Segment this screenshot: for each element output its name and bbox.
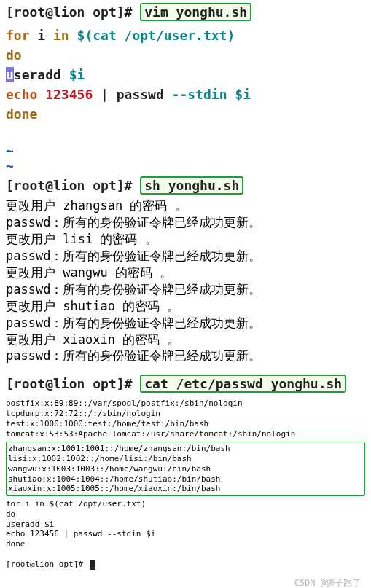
ts-0: for i in $(cat /opt/user.txt) [6,499,365,509]
ts-2: useradd $i [6,520,365,530]
ts-3: echo 123456 | passwd --stdin $i [6,529,365,539]
script-line-5: done [6,104,365,124]
prompt-line-3: [root@lion opt]# cat /etc/passwd yonghu.… [0,372,371,396]
boxed-cmd-2: sh yonghu.sh [140,176,243,195]
out-l6: 更改用户 shutiao 的密码 。 [6,298,365,315]
prompt-line-1: [root@lion opt]# vim yonghu.sh [0,0,371,24]
cursor-icon [90,560,95,570]
out-l4: 更改用户 wangwu 的密码 。 [6,264,365,281]
pwu-0: zhangsan:x:1001:1001::/home/zhangsan:/bi… [8,444,363,454]
out-l8: 更改用户 xiaoxin 的密码 。 [6,332,365,348]
script-line-1: for i in $(cat /opt/user.txt) [6,26,365,45]
vim-script: for i in $(cat /opt/user.txt) do useradd… [0,24,371,130]
pwh-2: test:x:1000:1000:test:/home/test:/bin/ba… [6,419,365,429]
final-prompt: [root@lion opt]# [6,560,88,569]
pwu-4: xiaoxin:x:1005:1005::/home/xiaoxin:/bin/… [8,484,363,494]
out-l7: passwd：所有的身份验证令牌已经成功更新。 [6,315,365,332]
script-line-3: useradd $i [6,65,365,85]
out-l1: passwd：所有的身份验证令牌已经成功更新。 [6,214,365,231]
boxed-cmd-3: cat /etc/passwd yonghu.sh [140,375,346,393]
watermark: CSDN @狮子跑了 [0,573,371,588]
script-line-4: echo 123456 | passwd --stdin $i [6,85,365,104]
out-l3: passwd：所有的身份验证令牌已经成功更新。 [6,248,365,264]
vim-tilde-2: ~ [0,158,371,173]
prompt-line-2: [root@lion opt]# sh yonghu.sh [0,173,371,197]
ts-4: done [6,539,365,549]
out-l0: 更改用户 zhangsan 的密码 。 [6,197,365,214]
pwu-3: shutiao:x:1004:1004::/home/shutiao:/bin/… [8,474,363,485]
script-tail: for i in $(cat /opt/user.txt) do useradd… [0,496,371,573]
sh-output: 更改用户 zhangsan 的密码 。 passwd：所有的身份验证令牌已经成功… [0,197,371,364]
passwd-head: postfix:x:89:89::/var/spool/postfix:/sbi… [0,396,371,442]
prompt: [root@lion opt]# [6,178,132,193]
out-l5: passwd：所有的身份验证令牌已经成功更新。 [6,281,365,298]
out-l2: 更改用户 lisi 的密码 。 [6,231,365,248]
pwu-1: lisi:x:1002:1002::/home/lisi:/bin/bash [8,454,363,464]
final-prompt-line: [root@lion opt]# [6,560,365,570]
pwh-1: tcpdump:x:72:72::/:/sbin/nologin [6,409,365,419]
pwu-2: wangwu:x:1003:1003::/home/wangwu:/bin/ba… [8,464,363,474]
passwd-users-wrap: zhangsan:x:1001:1001::/home/zhangsan:/bi… [0,442,371,496]
passwd-users-box: zhangsan:x:1001:1001::/home/zhangsan:/bi… [6,442,365,496]
vim-tilde-1: ~ [0,143,371,158]
ts-1: do [6,509,365,520]
prompt: [root@lion opt]# [6,4,132,20]
script-line-2: do [6,45,365,65]
pwh-3: tomcat:x:53:53:Apache Tomcat:/usr/share/… [6,429,365,439]
out-l9: passwd：所有的身份验证令牌已经成功更新。 [6,348,365,364]
pwh-0: postfix:x:89:89::/var/spool/postfix:/sbi… [6,399,365,409]
prompt: [root@lion opt]# [6,376,132,391]
boxed-cmd-1: vim yonghu.sh [140,3,251,21]
